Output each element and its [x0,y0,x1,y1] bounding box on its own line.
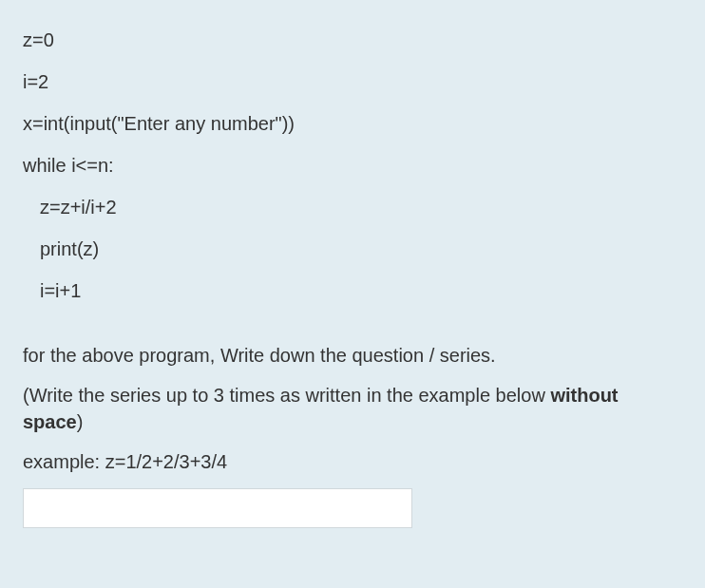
code-line-5: z=z+i/i+2 [23,194,682,220]
code-line-2: i=2 [23,68,682,95]
question-line-2-post: ) [77,411,84,432]
question-block: for the above program, Write down the qu… [23,342,682,528]
question-line-2: (Write the series up to 3 times as writt… [23,382,682,435]
code-line-3: x=int(input("Enter any number")) [23,110,682,137]
code-line-6: print(z) [23,236,682,262]
question-example: example: z=1/2+2/3+3/4 [23,448,682,475]
code-line-4: while i<=n: [23,152,682,179]
code-line-1: z=0 [23,27,682,53]
question-line-2-pre: (Write the series up to 3 times as writt… [23,385,550,406]
question-panel: z=0 i=2 x=int(input("Enter any number"))… [0,0,705,588]
answer-input[interactable] [23,488,412,528]
question-line-1: for the above program, Write down the qu… [23,342,682,369]
code-line-7: i=i+1 [23,277,682,304]
